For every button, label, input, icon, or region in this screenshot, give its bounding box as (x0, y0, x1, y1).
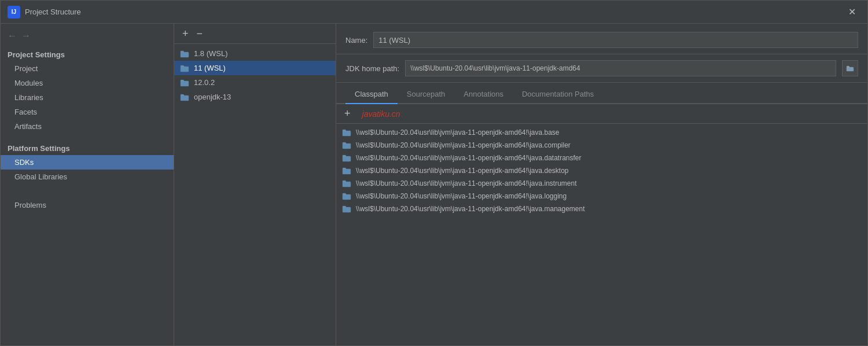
forward-button[interactable]: → (21, 31, 31, 41)
project-structure-window: IJ Project Structure ✕ ← → Project Setti… (0, 0, 868, 346)
tab-classpath[interactable]: Classpath (345, 85, 398, 104)
sdk-item-11-wsl[interactable]: 11 (WSL) (174, 61, 336, 75)
folder-icon (180, 93, 189, 101)
project-settings-header: Project Settings (1, 47, 174, 61)
classpath-list: \\wsl$\Ubuntu-20.04\usr\lib\jvm\java-11-… (336, 124, 867, 345)
classpath-item-0[interactable]: \\wsl$\Ubuntu-20.04\usr\lib\jvm\java-11-… (336, 126, 867, 139)
svg-rect-5 (343, 131, 351, 136)
classpath-item-2[interactable]: \\wsl$\Ubuntu-20.04\usr\lib\jvm\java-11-… (336, 152, 867, 164)
svg-rect-11 (343, 208, 351, 212)
back-button[interactable]: ← (8, 31, 17, 41)
classpath-item-4[interactable]: \\wsl$\Ubuntu-20.04\usr\lib\jvm\java-11-… (336, 177, 867, 190)
sidebar-item-sdks[interactable]: SDKs (1, 155, 174, 170)
folder-open-icon (846, 65, 854, 72)
sdk-item-openjdk-13[interactable]: openjdk-13 (174, 90, 336, 104)
sidebar-item-artifacts[interactable]: Artifacts (1, 119, 174, 134)
tab-documentation-paths[interactable]: Documentation Paths (513, 85, 603, 104)
tab-annotations[interactable]: Annotations (454, 85, 513, 104)
jar-folder-icon (342, 179, 351, 187)
svg-rect-1 (181, 67, 189, 72)
name-row: Name: (336, 24, 867, 54)
jar-folder-icon (342, 205, 351, 213)
main-panel: Name: JDK home path: Classpath (336, 24, 867, 345)
sdk-toolbar: + − (174, 24, 336, 44)
jdk-path-input[interactable] (405, 60, 836, 76)
svg-rect-10 (343, 195, 351, 200)
window-title: Project Structure (25, 8, 844, 16)
svg-rect-2 (181, 82, 189, 86)
folder-icon (180, 64, 189, 72)
nav-arrows: ← → (1, 28, 174, 47)
classpath-item-6[interactable]: \\wsl$\Ubuntu-20.04\usr\lib\jvm\java-11-… (336, 203, 867, 215)
svg-rect-3 (181, 96, 189, 101)
jdk-path-row: JDK home path: (336, 54, 867, 83)
sdk-item-12.0.2[interactable]: 12.0.2 (174, 75, 336, 90)
svg-rect-8 (343, 170, 351, 174)
jar-folder-icon (342, 128, 351, 137)
sidebar-item-facets[interactable]: Facets (1, 105, 174, 119)
browse-button[interactable] (842, 60, 858, 76)
sidebar-item-libraries[interactable]: Libraries (1, 90, 174, 105)
remove-sdk-button[interactable]: − (194, 28, 205, 39)
name-input[interactable] (373, 32, 858, 48)
tab-sourcepath[interactable]: Sourcepath (398, 85, 455, 104)
sidebar-item-modules[interactable]: Modules (1, 76, 174, 90)
sidebar-item-global-libraries[interactable]: Global Libraries (1, 170, 174, 184)
watermark: javatiku.cn (356, 108, 406, 120)
classpath-panel: + javatiku.cn \\wsl$\Ubuntu-20.04\usr\li… (336, 104, 867, 345)
sdk-list: 1.8 (WSL) 11 (WSL) 12.0.2 (174, 44, 336, 345)
svg-rect-4 (847, 68, 854, 71)
sdk-list-panel: + − 1.8 (WSL) 11 (WSL) (174, 24, 336, 345)
classpath-item-3[interactable]: \\wsl$\Ubuntu-20.04\usr\lib\jvm\java-11-… (336, 164, 867, 177)
svg-rect-9 (343, 182, 351, 187)
jar-folder-icon (342, 141, 351, 149)
title-bar: IJ Project Structure ✕ (1, 1, 867, 24)
sidebar-item-project[interactable]: Project (1, 61, 174, 76)
sdk-item-1.8-wsl[interactable]: 1.8 (WSL) (174, 46, 336, 61)
jar-folder-icon (342, 192, 351, 200)
classpath-item-5[interactable]: \\wsl$\Ubuntu-20.04\usr\lib\jvm\java-11-… (336, 190, 867, 203)
sidebar-gap (1, 134, 174, 141)
jar-folder-icon (342, 154, 351, 162)
name-label: Name: (345, 36, 367, 45)
close-button[interactable]: ✕ (844, 4, 860, 20)
sidebar-item-problems[interactable]: Problems (1, 198, 174, 212)
folder-icon (180, 50, 189, 58)
svg-rect-7 (343, 157, 351, 161)
tabs-bar: Classpath Sourcepath Annotations Documen… (336, 85, 867, 104)
jdk-path-label: JDK home path: (345, 64, 399, 73)
sidebar-gap-3 (1, 191, 174, 198)
folder-icon (180, 79, 189, 87)
sidebar-gap-2 (1, 184, 174, 191)
main-content: ← → Project Settings Project Modules Lib… (1, 24, 867, 345)
svg-rect-0 (181, 53, 189, 57)
classpath-item-1[interactable]: \\wsl$\Ubuntu-20.04\usr\lib\jvm\java-11-… (336, 139, 867, 152)
classpath-toolbar: + javatiku.cn (336, 104, 867, 124)
jar-folder-icon (342, 167, 351, 175)
svg-rect-6 (343, 144, 351, 149)
platform-settings-header: Platform Settings (1, 141, 174, 155)
sidebar: ← → Project Settings Project Modules Lib… (1, 24, 174, 345)
add-sdk-button[interactable]: + (180, 28, 191, 39)
app-logo: IJ (8, 6, 20, 19)
add-classpath-button[interactable]: + (342, 108, 353, 120)
